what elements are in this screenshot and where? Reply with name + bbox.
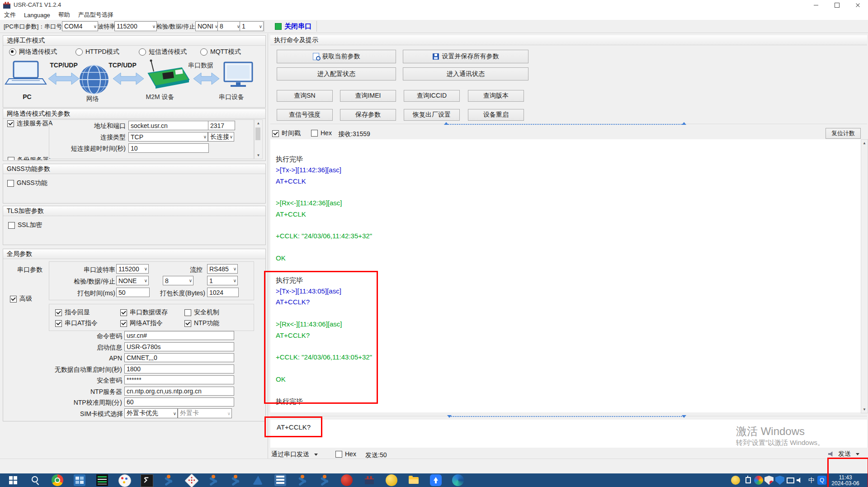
enter-comm-button[interactable]: 进入通讯状态 [403,67,528,80]
runner-app-icon[interactable] [297,474,308,486]
cmd-echo-checkbox[interactable]: 指令回显 [55,308,90,317]
get-params-button[interactable]: 获取当前参数 [277,50,396,63]
scrollbar-thumb[interactable] [255,128,260,140]
send-via-serial-dropdown[interactable]: 通过串口发送 [271,450,318,459]
parity-select[interactable]: NONI∨ [195,21,219,31]
minimize-button[interactable] [806,0,826,10]
tech-app-icon[interactable] [96,474,108,486]
g-parity-select[interactable]: NONE∨ [116,276,149,285]
query-version-button[interactable]: 查询版本 [468,90,524,102]
stopbits-select[interactable]: 1∨ [240,21,264,31]
assistant-tray-icon[interactable]: Q [817,476,826,485]
menu-help[interactable]: 帮助 [54,11,74,19]
log-vscrollbar[interactable]: ▲ ▼ [861,139,868,413]
menu-product-model[interactable]: 产品型号选择 [74,11,118,19]
maximize-button[interactable] [826,0,847,10]
slider-thumb-icon[interactable] [682,415,686,418]
usr-app-icon[interactable] [363,474,375,486]
factory-reset-button[interactable]: 恢复出厂设置 [404,109,460,121]
net-at-checkbox[interactable]: 网络AT指令 [120,319,163,327]
send-button[interactable]: 发送 [828,450,859,458]
query-iccid-button[interactable]: 查询ICCID [404,90,460,102]
radio-sms-transparent-mode[interactable]: 短信透传模式 [139,48,187,56]
security-password-input[interactable]: ****** [124,375,234,384]
server-addr-input[interactable]: socket.usr.cn [128,121,209,130]
boot-info-input[interactable]: USR-G780s [124,342,234,351]
com-port-select[interactable]: COM4∨ [62,21,98,31]
paint-app-icon[interactable] [118,474,131,487]
radio-net-transparent-mode[interactable]: 网络透传模式 [9,48,57,56]
security-checkbox[interactable]: 安全机制 [184,308,219,317]
pack-len-input[interactable]: 1024 [207,288,239,297]
colorful-tray-icon[interactable] [754,476,763,485]
device-restart-button[interactable]: 设备重启 [468,109,524,121]
ntp-server-input[interactable]: cn.ntp.org.cn,us.ntp.org.cn [124,387,234,396]
runner-app-icon[interactable] [319,474,330,486]
flow-select[interactable]: RS485∨ [207,264,238,274]
radio-httpd-mode[interactable]: HTTPD模式 [75,48,119,56]
slider-thumb-icon[interactable] [444,122,448,125]
advanced-checkbox[interactable]: 高级 [10,295,32,303]
taskbar-clock[interactable]: 11:43 2024-03-06 [827,475,863,487]
search-icon[interactable] [29,474,41,486]
scroll-up-icon[interactable]: ▲ [861,140,868,147]
terminal-icon[interactable] [141,474,153,487]
system-app-icon[interactable] [74,474,85,486]
net-params-scrollbar[interactable]: ▲ ▼ [254,119,263,159]
g-databits-select[interactable]: 8∨ [163,276,193,285]
ntp-checkbox[interactable]: NTP功能 [184,319,219,327]
scroll-down-icon[interactable]: ▼ [255,152,262,159]
scroll-down-icon[interactable]: ▼ [861,406,868,413]
auto-restart-input[interactable]: 1800 [124,364,234,374]
server-a-checkbox[interactable]: 连接服务器A [7,119,52,128]
tray-app-icon[interactable] [731,476,740,485]
file-explorer-icon[interactable] [408,474,420,486]
baud-select[interactable]: 115200∨ [114,21,157,31]
close-button[interactable] [847,0,868,10]
server-port-input[interactable]: 2317 [208,121,235,130]
menu-language[interactable]: Language [20,12,54,19]
close-port-button[interactable]: 关闭串口 [275,22,311,31]
yellow-app-icon[interactable] [386,474,397,486]
ime-indicator[interactable]: 中 [807,476,816,485]
query-signal-button[interactable]: 查信号强度 [277,109,333,121]
gnss-checkbox[interactable]: GNSS功能 [7,179,47,187]
query-sn-button[interactable]: 查询SN [277,90,333,102]
apn-input[interactable]: CMNET,,,0 [124,353,234,362]
send-hscrollbar[interactable] [270,413,867,420]
red-app-icon[interactable] [341,474,353,486]
conn-type-select[interactable]: TCP∨ [128,132,208,142]
databits-select[interactable]: 8∨ [217,21,241,31]
defender-alert-icon[interactable] [764,476,774,485]
rx-hex-checkbox[interactable]: Hex [311,129,332,137]
cmd-password-input[interactable]: usr.cn# [124,331,234,340]
save-params-button[interactable]: 保存参数 [340,109,396,121]
tx-hex-checkb ox[interactable]: Hex [335,450,356,458]
start-button-icon[interactable] [7,474,19,486]
runner-app-icon[interactable] [208,474,219,486]
short-timeout-input[interactable]: 10 [128,143,209,153]
muted-speaker-icon[interactable] [796,476,805,485]
pack-time-input[interactable]: 50 [116,288,150,297]
dice-app-icon[interactable] [184,473,199,487]
todesk-icon[interactable] [430,474,442,486]
serial-cache-checkbox[interactable]: 串口数据缓存 [120,308,168,317]
timestamp-checkbox[interactable]: 时间戳 [272,129,301,137]
radio-mqtt-mode[interactable]: MQTT模式 [200,48,241,56]
sim-secondary-select[interactable]: 外置卡∨ [178,408,232,418]
wireshark-icon[interactable] [252,474,264,486]
calculator-icon[interactable] [274,474,286,486]
slider-thumb-icon[interactable] [682,122,686,125]
security-shield-icon[interactable] [775,476,784,485]
runner-app-icon[interactable] [230,474,241,486]
reset-count-button[interactable]: 复位计数 [826,128,861,139]
slider-thumb-icon[interactable] [447,415,452,418]
g-stopbits-select[interactable]: 1∨ [207,276,238,285]
menu-file[interactable]: 文件 [0,11,20,19]
sim-primary-select[interactable]: 外置卡优先∨ [124,408,178,418]
set-save-button[interactable]: 设置并保存所有参数 [403,50,528,63]
edge-icon[interactable] [452,474,464,486]
runner-app-icon[interactable] [163,474,175,486]
network-display-icon[interactable] [786,476,795,485]
serial-at-checkbox[interactable]: 串口AT指令 [55,319,98,327]
